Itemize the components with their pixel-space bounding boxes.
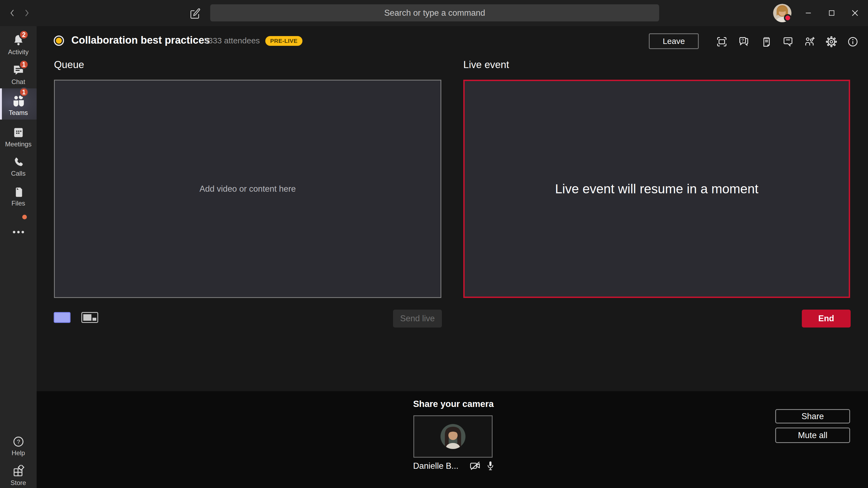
close-icon[interactable]: [846, 4, 864, 22]
sidebar-item-more[interactable]: [0, 213, 37, 235]
help-icon: ?: [12, 433, 25, 448]
presence-busy-indicator: [784, 14, 792, 22]
qa-icon[interactable]: ?: [736, 34, 752, 50]
sidebar-item-calls[interactable]: Calls: [0, 152, 37, 182]
mute-all-button[interactable]: Mute all: [775, 427, 850, 443]
queue-placeholder: Add video or content here: [199, 184, 296, 194]
info-icon[interactable]: [845, 34, 861, 50]
teams-badge: 1: [19, 87, 29, 97]
minimize-icon[interactable]: [799, 4, 817, 22]
queue-stage-panel[interactable]: Add video or content here: [54, 80, 441, 298]
svg-text:?: ?: [741, 38, 744, 43]
layout-single-video-button[interactable]: [54, 312, 70, 323]
sidebar-item-store[interactable]: Store: [0, 462, 37, 488]
maximize-icon[interactable]: [823, 4, 841, 22]
settings-icon[interactable]: [824, 34, 839, 50]
svg-text:?: ?: [17, 438, 20, 445]
chat-icon[interactable]: [780, 34, 796, 50]
sidebar-item-teams[interactable]: 1 Teams: [0, 88, 37, 120]
sidebar-item-files[interactable]: Files: [0, 182, 37, 212]
live-event-message: Live event will resume in a moment: [555, 182, 758, 196]
store-icon: [12, 463, 25, 478]
chat-badge: 1: [19, 60, 29, 69]
layout-content-video-button[interactable]: [82, 312, 98, 323]
sidebar-item-help[interactable]: ? Help: [0, 432, 37, 462]
camera-preview-tile[interactable]: [413, 415, 493, 458]
calendar-icon: [12, 124, 25, 139]
prelive-badge: PRE-LIVE: [265, 36, 303, 46]
queue-heading: Queue: [54, 59, 84, 70]
microphone-icon: [484, 459, 497, 473]
sidebar-item-chat[interactable]: 1 Chat: [0, 61, 37, 91]
fit-to-frame-icon[interactable]: [714, 34, 730, 50]
add-people-icon[interactable]: [802, 34, 817, 50]
share-button[interactable]: Share: [775, 409, 850, 423]
camera-off-icon: [468, 459, 482, 473]
camera-bar: Share your camera Danielle B...: [37, 391, 868, 488]
prelive-status-icon: [54, 35, 64, 46]
end-button[interactable]: End: [802, 310, 850, 327]
app-sidebar: 2 Activity 1 Chat 1 Teams: [0, 26, 37, 488]
back-icon[interactable]: [5, 6, 20, 20]
sidebar-item-meetings[interactable]: Meetings: [0, 123, 37, 153]
send-live-button[interactable]: Send live: [393, 310, 442, 327]
notes-icon[interactable]: [759, 34, 774, 50]
attendee-count: 3333 attendees: [204, 36, 260, 45]
leave-button[interactable]: Leave: [649, 33, 699, 49]
title-bar: [0, 0, 868, 26]
activity-badge: 2: [19, 30, 29, 40]
phone-icon: [12, 154, 25, 169]
event-title: Collaboration best practices: [71, 34, 210, 46]
participant-avatar: [440, 424, 465, 449]
teams-live-event-window: 2 Activity 1 Chat 1 Teams: [0, 0, 868, 488]
document-icon: [12, 183, 25, 198]
share-camera-heading: Share your camera: [413, 399, 494, 409]
live-event-heading: Live event: [463, 59, 509, 70]
compose-icon[interactable]: [188, 6, 202, 20]
ellipsis-icon: [11, 220, 26, 235]
more-notification-dot: [22, 215, 27, 219]
search-input[interactable]: [210, 4, 659, 22]
forward-icon[interactable]: [20, 6, 34, 20]
live-event-panel: Live event will resume in a moment: [463, 80, 850, 298]
sidebar-item-activity[interactable]: 2 Activity: [0, 31, 37, 61]
participant-name: Danielle B...: [413, 461, 458, 471]
